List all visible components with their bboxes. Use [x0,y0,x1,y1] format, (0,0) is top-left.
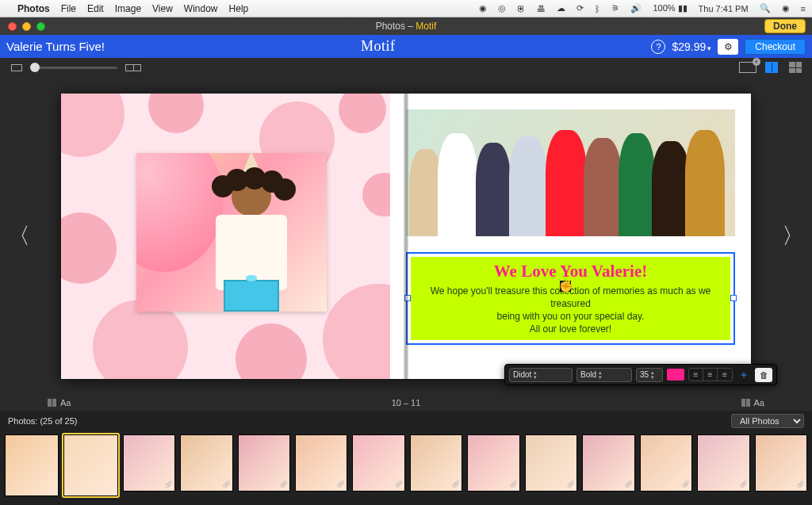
used-check-icon: ✓ [567,479,575,490]
used-check-icon: ✓ [510,479,518,490]
spread-view-icon [765,62,778,73]
spread-editor: 〈 [0,77,812,395]
used-check-icon: ✓ [682,479,690,490]
photo-thumbnail[interactable]: ✓ [640,434,692,492]
text-alignment-group: ≡ ≡ ≡ [688,368,733,381]
updown-icon: ▴▾ [599,370,602,380]
window-title: Photos – Motif [0,21,812,32]
price-dropdown[interactable]: $29.99▾ [672,40,711,53]
text-block-line: being with you on your special day. [497,311,645,322]
notification-center-icon[interactable]: ≡ [801,4,806,13]
font-weight-select[interactable]: Bold▴▾ [576,368,632,382]
used-check-icon: ✓ [625,479,633,490]
add-photos-button[interactable] [739,61,756,74]
project-title: Valerie Turns Five! [6,40,105,53]
next-spread-button[interactable]: 〉 [774,221,812,251]
used-check-icon: ✓ [337,479,345,490]
photo-strip-label: Photos: [8,416,37,426]
photo-thumbnail-row: ✓✓✓✓✓✓✓✓✓✓✓✓ [0,431,812,499]
sync-icon[interactable]: ⟳ [576,3,584,13]
view-mode-spread-button[interactable] [763,61,780,74]
used-check-icon: ✓ [165,479,173,490]
grid-view-icon [789,62,802,73]
gear-icon: ⚙ [724,41,733,52]
photo-thumbnail[interactable]: ✓ [238,434,290,492]
left-page-indicator[interactable]: Aa [48,398,71,407]
printer-icon[interactable]: 🖶 [537,4,546,13]
align-center-button[interactable]: ≡ [703,369,718,381]
menuextra-icon[interactable]: ◎ [498,3,506,13]
used-check-icon: ✓ [797,479,805,490]
text-block-selected[interactable]: We Love You Valerie! We hope you'll trea… [406,252,735,346]
font-size-select[interactable]: 35▴▾ [636,368,663,382]
wifi-icon[interactable]: ⚞ [611,3,619,13]
window-titlebar: Photos – Motif Done [0,17,812,35]
menubar-app-name[interactable]: Photos [17,3,50,14]
menubar-clock[interactable]: Thu 7:41 PM [699,4,749,13]
photo-filter-select[interactable]: All Photos [731,414,804,428]
photo-thumbnail[interactable]: ✓ [410,434,462,492]
brand-logo: Motif [105,38,652,55]
photo-strip-count: (25 of 25) [40,416,77,426]
shield-icon[interactable]: ⛨ [517,4,526,13]
siri-icon[interactable]: ◉ [782,3,790,13]
battery-status[interactable]: 100% ▮▮ [653,3,687,13]
photo-frame-group[interactable] [406,109,735,236]
used-check-icon: ✓ [740,479,748,490]
photo-thumbnail[interactable]: ✓ [295,434,347,492]
help-button[interactable]: ? [651,40,665,54]
updown-icon: ▴▾ [651,370,654,380]
spotlight-icon[interactable]: 🔍 [760,3,771,13]
text-block-line: We hope you'll treasure this collection … [431,285,711,309]
align-right-button[interactable]: ≡ [718,369,732,381]
used-check-icon: ✓ [395,479,403,490]
updown-icon: ▴▾ [534,370,537,380]
chevron-down-icon: ▾ [707,44,711,52]
font-family-select[interactable]: Didot▴▾ [509,368,573,382]
align-left-button[interactable]: ≡ [689,369,703,381]
photo-thumbnail[interactable] [5,434,59,496]
menu-help[interactable]: Help [229,3,249,14]
photo-frame-left[interactable] [136,153,327,312]
menu-edit[interactable]: Edit [87,3,104,14]
volume-icon[interactable]: 🔊 [630,3,642,13]
bluetooth-icon[interactable]: ᛒ [595,4,600,13]
photo-thumbnail[interactable]: ✓ [352,434,404,492]
view-mode-grid-button[interactable] [787,61,804,74]
delete-text-button[interactable]: 🗑 [755,368,772,382]
cloud-icon[interactable]: ☁ [557,3,565,13]
right-page-indicator[interactable]: Aa [741,398,764,407]
previous-spread-button[interactable]: 〈 [0,221,38,251]
page-label-strip: Aa 10 – 11 Aa [0,395,812,411]
text-block-line: All our love forever! [530,323,611,335]
settings-button[interactable]: ⚙ [718,39,738,55]
photo-strip-panel: Photos: (25 of 25) All Photos ✓✓✓✓✓✓✓✓✓✓… [0,411,812,505]
photo-thumbnail[interactable]: ✓ [467,434,519,492]
zoom-single-page-icon[interactable] [11,64,22,71]
photo-thumbnail[interactable]: ✓ [697,434,749,492]
project-header-bar: Valerie Turns Five! Motif ? $29.99▾ ⚙ Ch… [0,35,812,58]
used-check-icon: ✓ [223,479,231,490]
used-check-icon: ✓ [452,479,460,490]
menu-file[interactable]: File [61,3,76,14]
add-text-button[interactable]: ＋ [737,368,751,382]
photo-thumbnail[interactable]: ✓ [180,434,232,492]
text-color-swatch[interactable] [667,369,684,381]
menu-image[interactable]: Image [115,3,141,14]
menu-view[interactable]: View [152,3,173,14]
page-right[interactable]: We Love You Valerie! We hope you'll trea… [390,94,751,379]
photo-thumbnail[interactable]: ✓ [755,434,807,492]
checkout-button[interactable]: Checkout [745,39,806,55]
text-block-title: We Love You Valerie! [419,262,722,281]
page-number-label: 10 – 11 [71,398,741,407]
photo-thumbnail[interactable]: ✓ [123,434,175,492]
photo-thumbnail[interactable]: ✓ [525,434,577,492]
menu-window[interactable]: Window [184,3,218,14]
trash-icon: 🗑 [760,370,768,380]
photo-thumbnail[interactable] [63,434,117,496]
zoom-spread-icon[interactable] [125,64,141,71]
page-left[interactable] [61,94,390,379]
photo-thumbnail[interactable]: ✓ [582,434,634,492]
zoom-slider[interactable] [30,67,117,69]
menuextra-icon[interactable]: ◉ [479,3,487,13]
